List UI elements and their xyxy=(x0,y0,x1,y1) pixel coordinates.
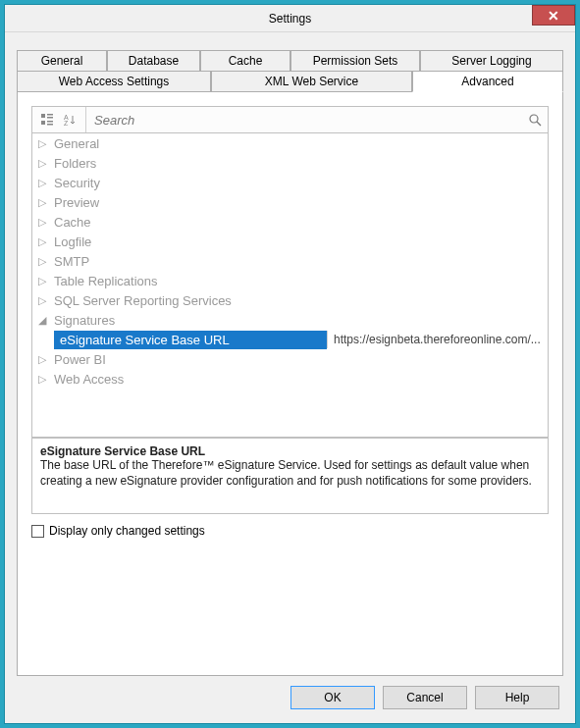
expand-icon[interactable]: ▷ xyxy=(38,196,52,209)
tab-web-access-settings[interactable]: Web Access Settings xyxy=(17,71,211,92)
svg-rect-2 xyxy=(47,117,53,119)
window-title: Settings xyxy=(269,12,311,26)
settings-window: Settings ✕ General Database Cache Permis… xyxy=(4,4,576,724)
svg-rect-1 xyxy=(47,114,53,116)
expand-icon[interactable]: ▷ xyxy=(38,373,52,386)
expand-icon[interactable]: ▷ xyxy=(38,177,52,189)
setting-label: eSignature Service Base URL xyxy=(54,331,327,349)
setting-esignature-base-url[interactable]: eSignature Service Base URL https://esig… xyxy=(32,330,548,349)
svg-point-8 xyxy=(530,115,538,123)
collapse-icon[interactable]: ◢ xyxy=(38,314,52,327)
search-icon[interactable] xyxy=(522,113,548,127)
categorized-view-icon[interactable] xyxy=(36,110,58,130)
tree-item-preview[interactable]: ▷ Preview xyxy=(32,192,548,212)
tab-server-logging[interactable]: Server Logging xyxy=(420,50,563,71)
expand-icon[interactable]: ▷ xyxy=(38,294,52,307)
expand-icon[interactable]: ▷ xyxy=(38,157,52,170)
titlebar: Settings ✕ xyxy=(5,5,575,32)
expand-icon[interactable]: ▷ xyxy=(38,216,52,229)
tab-cache[interactable]: Cache xyxy=(200,50,290,71)
expand-icon[interactable]: ▷ xyxy=(38,137,52,150)
tab-container: General Database Cache Permission Sets S… xyxy=(17,50,563,92)
expand-icon[interactable]: ▷ xyxy=(38,255,52,268)
display-changed-row: Display only changed settings xyxy=(31,514,549,538)
svg-rect-3 xyxy=(41,121,45,125)
svg-text:Z: Z xyxy=(64,120,69,127)
setting-value[interactable]: https://esignbeta.thereforeonline.com/..… xyxy=(327,331,548,348)
expand-icon[interactable]: ▷ xyxy=(38,275,52,287)
description-panel: eSignature Service Base URL The base URL… xyxy=(31,438,549,514)
close-icon: ✕ xyxy=(548,8,559,24)
tab-general[interactable]: General xyxy=(17,50,107,71)
tree-item-cache[interactable]: ▷ Cache xyxy=(32,212,548,232)
tree-item-web-access[interactable]: ▷ Web Access xyxy=(32,369,548,389)
tree-item-sql-reporting[interactable]: ▷ SQL Server Reporting Services xyxy=(32,290,548,310)
tab-permission-sets[interactable]: Permission Sets xyxy=(290,50,420,71)
tab-database[interactable]: Database xyxy=(107,50,200,71)
svg-rect-5 xyxy=(47,124,53,126)
tree-item-signatures[interactable]: ◢ Signatures xyxy=(32,310,548,330)
expand-icon[interactable]: ▷ xyxy=(38,235,52,248)
svg-line-9 xyxy=(537,122,541,126)
ok-button[interactable]: OK xyxy=(290,686,375,709)
tree-item-power-bi[interactable]: ▷ Power BI xyxy=(32,349,548,369)
help-button[interactable]: Help xyxy=(475,686,559,709)
display-changed-checkbox[interactable] xyxy=(31,525,44,538)
description-text: The base URL of the Therefore™ eSignatur… xyxy=(40,458,540,489)
tree-item-folders[interactable]: ▷ Folders xyxy=(32,153,548,173)
content-area: General Database Cache Permission Sets S… xyxy=(5,32,575,723)
svg-rect-4 xyxy=(47,121,53,123)
display-changed-label: Display only changed settings xyxy=(49,524,205,538)
advanced-panel: AZ ▷ General ▷ Folders xyxy=(17,92,563,676)
tree-item-security[interactable]: ▷ Security xyxy=(32,173,548,192)
tree-item-smtp[interactable]: ▷ SMTP xyxy=(32,251,548,271)
tree-item-table-replications[interactable]: ▷ Table Replications xyxy=(32,271,548,290)
alphabetical-view-icon[interactable]: AZ xyxy=(60,110,81,130)
tree-item-general[interactable]: ▷ General xyxy=(32,133,548,153)
expand-icon[interactable]: ▷ xyxy=(38,353,52,366)
description-title: eSignature Service Base URL xyxy=(40,444,540,458)
tab-xml-web-service[interactable]: XML Web Service xyxy=(211,71,412,92)
settings-tree: ▷ General ▷ Folders ▷ Security ▷ Preview… xyxy=(31,133,549,438)
tree-item-logfile[interactable]: ▷ Logfile xyxy=(32,232,548,251)
cancel-button[interactable]: Cancel xyxy=(383,686,467,709)
close-button[interactable]: ✕ xyxy=(532,5,575,26)
svg-rect-0 xyxy=(41,114,45,118)
tab-advanced[interactable]: Advanced xyxy=(412,71,563,92)
search-input[interactable] xyxy=(86,113,522,128)
property-toolbar: AZ xyxy=(31,106,549,133)
dialog-buttons: OK Cancel Help xyxy=(17,676,563,713)
